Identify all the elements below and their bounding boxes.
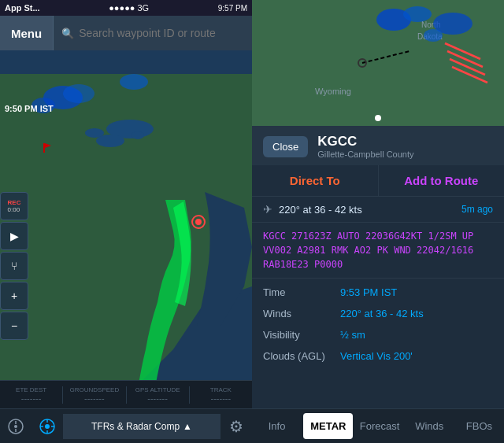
zoom-in-button[interactable]: + <box>0 282 28 310</box>
svg-rect-11 <box>43 143 45 153</box>
plus-icon: + <box>11 290 17 302</box>
raw-metar: KGCC 271623Z AUTO 22036G42KT 1/2SM UP VV… <box>252 223 504 279</box>
data-row: Clouds (AGL) Vertical Vis 200' <box>252 345 504 367</box>
bottom-icons-bar: TFRs & Radar Comp ▲ ⚙ <box>0 408 252 443</box>
data-row-value-3: Vertical Vis 200' <box>340 350 413 362</box>
search-wrap: 🔍 <box>54 27 252 39</box>
airport-name-wrap: KGCC Gillette-Campbell County <box>317 134 413 159</box>
svg-point-31 <box>424 29 443 42</box>
compass-icon <box>7 418 24 435</box>
svg-point-29 <box>403 6 432 22</box>
right-panel: Wyoming North Dakota Close KGCC <box>252 0 504 443</box>
rec-label: REC <box>8 200 21 206</box>
rec-time: 0:00 <box>8 206 21 213</box>
tab-bar: InfoMETARForecastWindsFBOs <box>252 408 504 443</box>
play-button[interactable]: ▶ <box>0 222 28 250</box>
data-row: Time 9:53 PM IST <box>252 282 504 303</box>
signal-dots: ●●●●● <box>109 3 135 13</box>
plane-icon: ✈ <box>263 203 272 216</box>
direct-to-button[interactable]: Direct To <box>252 165 379 196</box>
tfr-label: TFRs & Radar Comp <box>91 421 180 432</box>
svg-point-4 <box>132 131 144 139</box>
search-input[interactable] <box>79 27 244 39</box>
svg-point-14 <box>14 425 17 428</box>
settings-button[interactable]: ⚙ <box>220 411 252 442</box>
spacer <box>252 370 504 408</box>
ete-row: ETE Dest ------- Groundspeed ------- GPS… <box>0 380 252 408</box>
data-row-label-2: Visibility <box>263 329 334 341</box>
menu-button[interactable]: Menu <box>0 16 54 50</box>
airport-subname: Gillette-Campbell County <box>317 150 413 159</box>
airport-header: Close KGCC Gillette-Campbell County <box>252 126 504 165</box>
metar-age: 5m ago <box>461 204 493 215</box>
right-map-svg: Wyoming North Dakota <box>252 0 504 126</box>
tab-forecast[interactable]: Forecast <box>354 409 404 443</box>
ete-dest-col: ETE Dest ------- <box>0 386 62 403</box>
map-timestamp: 9:50 PM IST <box>5 104 54 113</box>
data-rows: Time 9:53 PM IST Winds 220° at 36 - 42 k… <box>252 279 504 370</box>
groundspeed-value: ------- <box>84 393 105 403</box>
svg-point-38 <box>375 115 381 121</box>
add-to-route-button[interactable]: Add to Route <box>379 165 505 196</box>
zoom-out-button[interactable]: − <box>0 312 28 340</box>
data-row-value-2: ½ sm <box>340 329 365 341</box>
tab-metar[interactable]: METAR <box>303 413 353 439</box>
action-buttons: Direct To Add to Route <box>252 165 504 197</box>
gps-alt-value: ------- <box>147 393 168 403</box>
tab-info[interactable]: Info <box>252 409 302 443</box>
ete-dest-label: ETE Dest <box>16 386 46 393</box>
data-row: Winds 220° at 36 - 42 kts <box>252 303 504 324</box>
metar-brief-wind: 220° at 36 - 42 kts <box>279 204 455 216</box>
gps-alt-col: GPS Altitude ------- <box>127 386 189 403</box>
svg-text:Wyoming: Wyoming <box>315 87 351 96</box>
metar-brief-row: ✈ 220° at 36 - 42 kts 5m ago <box>252 197 504 223</box>
compass-button[interactable] <box>0 411 32 442</box>
svg-point-7 <box>63 84 94 103</box>
groundspeed-col: Groundspeed ------- <box>63 386 125 403</box>
play-icon: ▶ <box>10 230 19 242</box>
left-panel: App St... ●●●●● 3G 9:57 PM Menu 🔍 <box>0 0 252 443</box>
tab-winds[interactable]: Winds <box>405 409 454 443</box>
ete-dest-value: ------- <box>21 393 42 403</box>
airport-id: KGCC <box>317 134 413 150</box>
track-col: Track ------- <box>190 386 252 403</box>
gps-alt-label: GPS Altitude <box>135 386 180 393</box>
signal-indicators: ●●●●● 3G <box>109 3 149 13</box>
data-row-label-1: Winds <box>263 308 334 319</box>
search-bar: Menu 🔍 <box>0 16 252 50</box>
track-label: Track <box>210 386 232 393</box>
svg-point-18 <box>45 424 50 429</box>
svg-point-8 <box>120 74 148 90</box>
track-value: ------- <box>211 393 232 403</box>
location-button[interactable] <box>32 411 63 442</box>
app-name: App St... <box>5 3 40 13</box>
status-bar: App St... ●●●●● 3G 9:57 PM <box>0 0 252 16</box>
svg-point-10 <box>195 219 202 225</box>
data-row-value-0: 9:53 PM IST <box>340 286 397 298</box>
data-row-value-1: 220° at 36 - 42 kts <box>340 308 424 319</box>
tab-fbos[interactable]: FBOs <box>454 409 504 443</box>
tfr-arrow: ▲ <box>183 421 192 432</box>
close-button[interactable]: Close <box>263 136 308 157</box>
route-icon: ⑂ <box>11 260 17 272</box>
left-controls: REC 0:00 ▶ ⑂ + − <box>0 192 28 341</box>
data-row-label-0: Time <box>263 286 334 298</box>
tfr-button[interactable]: TFRs & Radar Comp ▲ <box>63 414 220 439</box>
airport-panel: Close KGCC Gillette-Campbell County Dire… <box>252 126 504 443</box>
svg-point-3 <box>85 128 104 138</box>
data-row-label-3: Clouds (AGL) <box>263 350 334 362</box>
rec-button[interactable]: REC 0:00 <box>0 192 28 220</box>
minus-icon: − <box>11 319 17 332</box>
location-icon <box>39 418 56 435</box>
status-time: 9:57 PM <box>218 4 247 13</box>
right-map[interactable]: Wyoming North Dakota <box>252 0 504 126</box>
data-row: Visibility ½ sm <box>252 324 504 345</box>
groundspeed-label: Groundspeed <box>70 386 120 393</box>
gear-icon: ⚙ <box>229 417 243 436</box>
network-type: 3G <box>137 3 149 13</box>
search-icon: 🔍 <box>61 28 74 39</box>
route-button[interactable]: ⑂ <box>0 252 28 280</box>
